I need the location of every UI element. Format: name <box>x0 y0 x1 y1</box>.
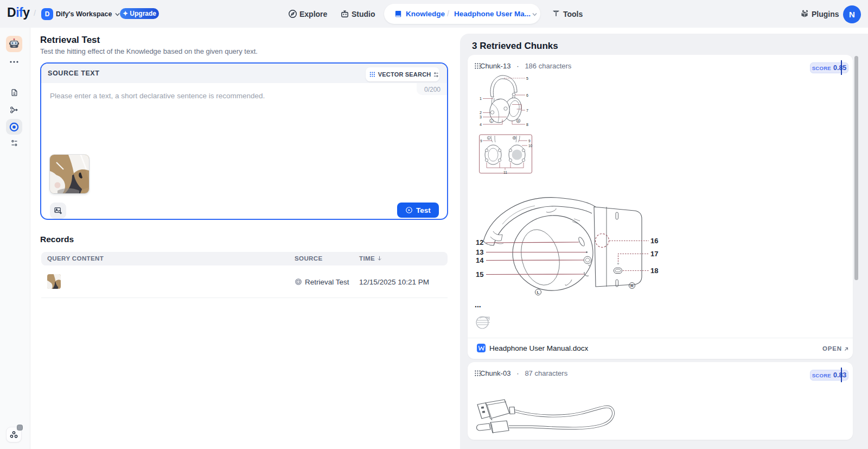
svg-text:1: 1 <box>480 97 482 100</box>
svg-text:15: 15 <box>476 270 483 279</box>
svg-text:8: 8 <box>526 123 528 127</box>
svg-text:5: 5 <box>526 77 528 80</box>
svg-text:2: 2 <box>480 111 482 115</box>
svg-text:R: R <box>518 119 520 123</box>
svg-text:10: 10 <box>528 144 533 148</box>
svg-text:4: 4 <box>480 123 482 127</box>
svg-text:R: R <box>630 283 634 288</box>
svg-text:17: 17 <box>650 250 658 258</box>
svg-text:16: 16 <box>650 237 658 245</box>
svg-text:11: 11 <box>503 170 507 174</box>
svg-text:L: L <box>491 119 493 123</box>
svg-text:6: 6 <box>526 93 528 97</box>
svg-text:9: 9 <box>480 139 482 143</box>
svg-text:7: 7 <box>526 109 528 112</box>
svg-text:18: 18 <box>650 267 658 275</box>
svg-text:L: L <box>537 290 540 295</box>
svg-text:9: 9 <box>528 139 531 143</box>
svg-text:14: 14 <box>476 256 484 264</box>
svg-text:12: 12 <box>476 238 483 246</box>
svg-text:13: 13 <box>476 248 483 256</box>
svg-text:3: 3 <box>480 115 482 119</box>
